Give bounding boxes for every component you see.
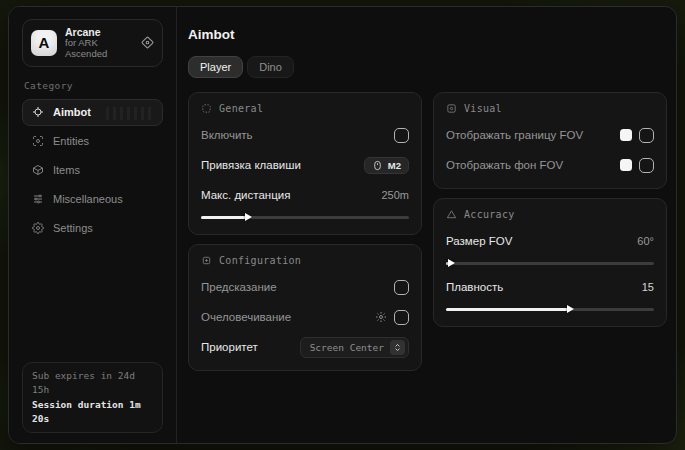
tab-bar: Player Dino: [188, 56, 667, 78]
slider-thumb[interactable]: [448, 259, 455, 267]
fov-size-slider[interactable]: [446, 258, 654, 268]
fov-border-label: Отображать границу FOV: [446, 129, 583, 141]
app-logo: A: [31, 30, 57, 56]
fov-size-value: 60°: [637, 235, 654, 247]
priority-value: Screen Center: [310, 342, 384, 353]
chevron-up-down-icon: [390, 340, 405, 355]
focus-icon: [201, 103, 212, 114]
sidebar-item-entities[interactable]: Entities: [22, 128, 163, 155]
distance-value: 250m: [381, 189, 409, 201]
humanize-checkbox[interactable]: [394, 310, 409, 325]
smoothness-label: Плавность: [446, 281, 503, 293]
package-icon: [32, 164, 44, 176]
priority-label: Приоритет: [201, 341, 258, 353]
slider-thumb[interactable]: [245, 213, 252, 221]
sidebar: A Arcane for ARK Ascended Category: [9, 7, 177, 443]
smoothness-slider[interactable]: [446, 304, 654, 314]
smoothness-value: 15: [642, 281, 654, 293]
card-visual: Visual Отображать границу FOV Отображать…: [433, 92, 667, 189]
tab-dino[interactable]: Dino: [247, 56, 294, 78]
card-title: General: [219, 103, 263, 114]
ghost-bars-decoration: [106, 107, 154, 120]
card-general: General Включить Привязка клавиши: [188, 92, 422, 235]
card-configuration: Configuration Предсказание Очеловечивани…: [188, 244, 422, 371]
brand-card: A Arcane for ARK Ascended: [22, 19, 163, 67]
fov-bg-label: Отображать фон FOV: [446, 159, 563, 171]
subscription-info: Sub expires in 24d 15h Session duration …: [22, 362, 163, 433]
card-title: Accuracy: [464, 209, 515, 220]
distance-slider[interactable]: [201, 212, 409, 222]
fov-bg-checkbox[interactable]: [639, 158, 654, 173]
page-title: Aimbot: [188, 27, 667, 42]
distance-label: Макс. дистанция: [201, 189, 290, 201]
fov-border-color-swatch[interactable]: [620, 129, 632, 141]
sidebar-item-label: Entities: [53, 135, 89, 147]
gear-icon: [32, 222, 44, 234]
sidebar-item-label: Items: [53, 164, 80, 176]
enable-label: Включить: [201, 129, 253, 141]
enable-checkbox[interactable]: [394, 128, 409, 143]
card-accuracy: Accuracy Размер FOV 60° Плавность 15: [433, 198, 667, 327]
humanize-label: Очеловечивание: [201, 311, 291, 323]
main-content: Aimbot Player Dino General: [177, 7, 677, 443]
slider-thumb[interactable]: [567, 305, 574, 313]
keybind-button[interactable]: M2: [364, 157, 409, 174]
humanize-settings-gear-icon[interactable]: [375, 311, 387, 323]
scan-icon: [32, 135, 44, 147]
sidebar-item-aimbot[interactable]: Aimbot: [22, 99, 163, 126]
triangle-icon: [446, 209, 457, 220]
card-title: Configuration: [219, 255, 301, 266]
crosshair-icon: [32, 106, 44, 118]
category-label: Category: [24, 80, 161, 91]
app-subtitle: for ARK Ascended: [65, 38, 133, 60]
eye-frame-icon: [446, 103, 457, 114]
sub-expires-text: Sub expires in 24d 15h: [32, 369, 153, 398]
keybind-label: Привязка клавиши: [201, 159, 301, 171]
session-duration-text: Session duration 1m 20s: [32, 398, 153, 427]
sidebar-nav: Aimbot Entities Items: [22, 99, 163, 242]
sidebar-item-miscellaneous[interactable]: Miscellaneous: [22, 186, 163, 213]
fov-size-label: Размер FOV: [446, 235, 512, 247]
fov-bg-color-swatch[interactable]: [620, 159, 632, 171]
priority-dropdown[interactable]: Screen Center: [300, 337, 409, 358]
mouse-icon: [372, 160, 383, 171]
sidebar-item-label: Settings: [53, 222, 93, 234]
sidebar-item-settings[interactable]: Settings: [22, 215, 163, 242]
keybind-value: M2: [388, 160, 401, 171]
card-title: Visual: [464, 103, 502, 114]
tune-icon: [201, 255, 212, 266]
tab-player[interactable]: Player: [188, 56, 243, 78]
sidebar-item-label: Aimbot: [53, 106, 91, 118]
prediction-checkbox[interactable]: [394, 280, 409, 295]
fov-border-checkbox[interactable]: [639, 128, 654, 143]
sidebar-item-label: Miscellaneous: [53, 193, 123, 205]
sliders-icon: [32, 193, 44, 205]
compass-icon[interactable]: [141, 36, 154, 49]
prediction-label: Предсказание: [201, 281, 277, 293]
sidebar-item-items[interactable]: Items: [22, 157, 163, 184]
app-window: A Arcane for ARK Ascended Category: [8, 6, 677, 444]
